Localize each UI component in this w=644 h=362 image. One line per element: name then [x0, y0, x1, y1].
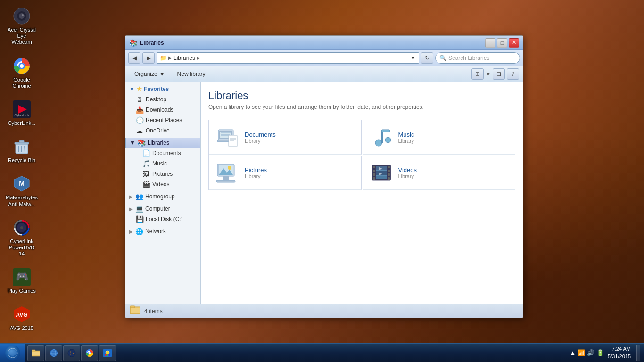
- lib-pics-label: Pictures: [152, 171, 173, 177]
- status-bar: 4 items: [125, 304, 523, 318]
- clock-date: 5/31/2015: [608, 353, 631, 360]
- nav-homegroup[interactable]: ▶ 👥 Homegroup: [125, 191, 200, 202]
- new-library-button[interactable]: New library: [172, 68, 211, 80]
- libraries-nav-label: Libraries: [148, 140, 169, 146]
- nav-lib-videos[interactable]: 🎬 Videos: [125, 179, 200, 189]
- nav-local-disk[interactable]: 💾 Local Disk (C:): [125, 214, 200, 224]
- desktop-icon-cyberlink[interactable]: CyberLink CyberLink...: [5, 98, 39, 128]
- path-folder-icon: 📁: [160, 55, 167, 61]
- nav-downloads[interactable]: 📥 Downloads: [125, 105, 200, 115]
- music-library-icon: [370, 126, 393, 148]
- system-clock[interactable]: 7:24 AM 5/31/2015: [608, 346, 631, 360]
- nav-libraries[interactable]: ▼ 📚 Libraries: [125, 138, 200, 148]
- refresh-button[interactable]: ↻: [421, 52, 433, 64]
- nav-desktop[interactable]: 🖥 Desktop: [125, 94, 200, 105]
- network-section: ▶ 🌐 Network: [125, 226, 200, 237]
- path-libraries[interactable]: Libraries: [173, 55, 195, 61]
- tray-network-icon[interactable]: 📶: [578, 349, 585, 356]
- search-icon: 🔍: [439, 55, 446, 61]
- nav-onedrive[interactable]: ☁ OneDrive: [125, 125, 200, 136]
- svg-point-90: [108, 354, 110, 356]
- nav-lib-documents[interactable]: 📄 Documents: [125, 148, 200, 158]
- close-button[interactable]: ✕: [509, 38, 519, 48]
- help-button[interactable]: ?: [507, 68, 519, 80]
- address-bar: ◀ ▶ 📁 ▶ Libraries ▶ ▼ ↻ 🔍 Search Librari…: [125, 50, 523, 66]
- toolbar-separator: [214, 69, 214, 79]
- network-nav-icon: 🌐: [135, 228, 143, 235]
- new-library-label: New library: [177, 71, 206, 77]
- view-options-button[interactable]: ⊞: [471, 68, 484, 80]
- svg-line-16: [25, 146, 25, 152]
- path-dropdown-icon[interactable]: ▼: [410, 55, 416, 61]
- show-desktop-button[interactable]: [636, 345, 640, 361]
- nav-network[interactable]: ▶ 🌐 Network: [125, 226, 200, 237]
- homegroup-nav-icon: 👥: [135, 193, 143, 200]
- recent-places-nav-icon: 🕐: [136, 116, 143, 124]
- svg-rect-63: [376, 171, 387, 175]
- svg-rect-62: [376, 166, 387, 170]
- search-box[interactable]: 🔍 Search Libraries: [435, 52, 520, 64]
- music-library-info: Music Library: [398, 131, 414, 144]
- desktop-icon-play-games[interactable]: 🎮 Play Games: [5, 266, 39, 296]
- tray-battery-icon[interactable]: 🔋: [596, 349, 604, 356]
- library-item-pictures[interactable]: Pictures Library: [209, 156, 362, 190]
- pictures-library-type: Library: [245, 173, 267, 179]
- address-path[interactable]: 📁 ▶ Libraries ▶ ▼: [157, 52, 419, 64]
- local-disk-nav-label: Local Disk (C:): [146, 216, 183, 222]
- organize-button[interactable]: Organize ▼: [129, 68, 170, 80]
- clock-time: 7:24 AM: [608, 346, 631, 353]
- lib-pics-icon: 🖼: [142, 170, 150, 178]
- cyberlink-icon: CyberLink: [12, 100, 31, 119]
- taskbar-media-player[interactable]: [63, 345, 80, 361]
- taskbar-file-explorer[interactable]: [27, 345, 44, 361]
- start-button[interactable]: [0, 344, 25, 362]
- nav-recent-places[interactable]: 🕐 Recent Places: [125, 115, 200, 125]
- computer-nav-label: Computer: [145, 206, 170, 212]
- library-item-documents[interactable]: Documents Library: [209, 120, 362, 155]
- taskbar-chrome[interactable]: [81, 345, 98, 361]
- minimize-button[interactable]: ─: [485, 38, 495, 48]
- libraries-section: ▼ 📚 Libraries 📄 Documents 🎵 Music 🖼: [125, 138, 200, 189]
- desktop-icon-recycle-bin[interactable]: Recycle Bin: [5, 135, 39, 165]
- svg-point-81: [70, 352, 73, 354]
- svg-point-85: [89, 352, 91, 354]
- toolbar: Organize ▼ New library ⊞ ▼ ⊟ ?: [125, 66, 523, 82]
- content-pane: Libraries Open a library to see your fil…: [201, 82, 523, 304]
- svg-rect-55: [373, 173, 375, 176]
- svg-text:AVG: AVG: [16, 312, 27, 318]
- cyberlink-label: CyberLink...: [8, 120, 36, 126]
- navigation-pane: ▼ ★ Favorites 🖥 Desktop 📥 Downloads 🕐: [125, 82, 201, 304]
- tray-volume-icon[interactable]: 🔊: [587, 349, 594, 356]
- desktop-icon-malwarebytes[interactable]: M Malwarebytes Anti-Malw...: [5, 173, 39, 209]
- nav-lib-music[interactable]: 🎵 Music: [125, 158, 200, 169]
- maximize-button[interactable]: □: [497, 38, 507, 48]
- desktop-icon-avg2015[interactable]: AVG AVG 2015: [5, 303, 39, 333]
- taskbar-paint[interactable]: [99, 345, 116, 361]
- nav-computer[interactable]: ▶ 💻 Computer: [125, 204, 200, 214]
- pictures-library-name: Pictures: [245, 166, 267, 173]
- desktop-icon-google-chrome[interactable]: Google Chrome: [5, 55, 39, 91]
- favorites-header[interactable]: ▼ ★ Favorites: [125, 84, 200, 94]
- svg-rect-58: [388, 170, 390, 172]
- tray-arrow-icon[interactable]: ▲: [570, 349, 576, 356]
- lib-music-label: Music: [152, 160, 167, 167]
- back-button[interactable]: ◀: [128, 52, 140, 64]
- svg-point-2: [19, 13, 25, 19]
- svg-rect-56: [373, 177, 375, 180]
- search-placeholder: Search Libraries: [448, 55, 489, 61]
- taskbar-ie[interactable]: [45, 345, 62, 361]
- desktop-icon-acer-webcam[interactable]: Acer Crystal Eye Webcam: [5, 5, 39, 48]
- desktop-icon-cyberlink-powerdvd[interactable]: CyberLink PowerDVD 14: [5, 216, 39, 259]
- computer-section: ▶ 💻 Computer 💾 Local Disk (C:): [125, 204, 200, 224]
- organize-dropdown-icon: ▼: [159, 71, 165, 77]
- computer-nav-icon: 💻: [135, 205, 143, 213]
- view-dropdown-icon[interactable]: ▼: [486, 71, 491, 77]
- preview-pane-button[interactable]: ⊟: [493, 68, 505, 80]
- forward-button[interactable]: ▶: [142, 52, 155, 64]
- library-item-music[interactable]: Music Library: [363, 120, 515, 155]
- library-item-videos[interactable]: Videos Library: [363, 156, 515, 190]
- lib-music-icon: 🎵: [142, 160, 150, 167]
- computer-expand-icon: ▶: [129, 206, 133, 212]
- lib-vids-label: Videos: [152, 181, 169, 188]
- nav-lib-pictures[interactable]: 🖼 Pictures: [125, 169, 200, 179]
